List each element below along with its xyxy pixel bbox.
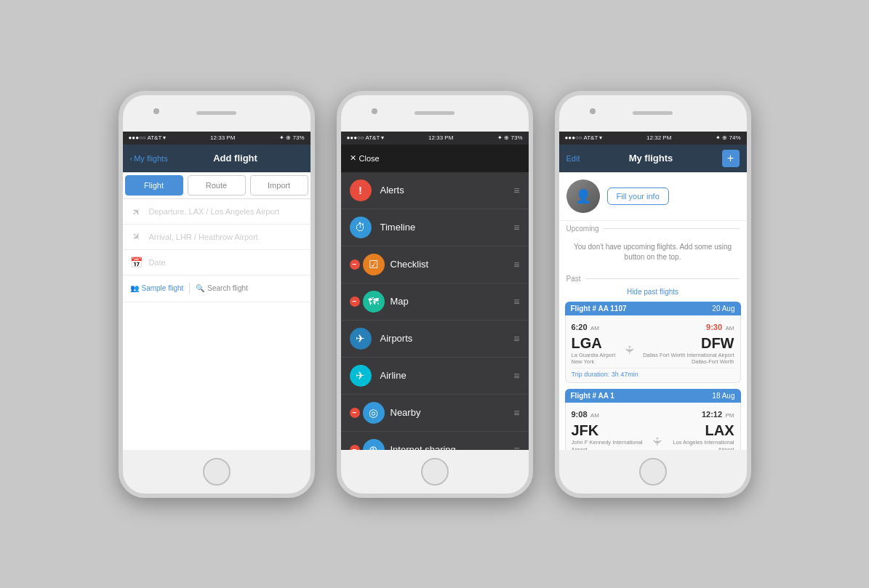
arr-code-2: LAX [662, 422, 734, 439]
status-time-2: 12:33 PM [428, 134, 453, 141]
flight-date-1: 20 Aug [712, 305, 734, 313]
dep-airport-1: La Guardia Airport [572, 352, 616, 359]
tab-route[interactable]: Route [188, 175, 246, 196]
departure-field[interactable]: ✈ Departure, LAX / Los Angeles Airport [123, 199, 311, 225]
phone-top-3 [559, 95, 747, 132]
screen-3: ●●●○○ AT&T ▾ 12:32 PM ✦ ⊕ 74% Edit My fl… [559, 132, 747, 450]
home-button-3[interactable] [639, 458, 667, 486]
sample-flight-button[interactable]: 👥 Sample flight [130, 284, 184, 292]
airports-icon: ✈ [350, 328, 372, 350]
search-label: Search flight [207, 284, 248, 292]
chevron-left-icon-1: ‹ [130, 154, 133, 163]
map-icon: 🗺 [363, 291, 385, 313]
flight-card-2[interactable]: Flight # AA 1 18 Aug 9:08 AM 12:12 PM [565, 389, 741, 450]
close-label-2: Close [359, 154, 380, 163]
past-section-label: Past [559, 271, 747, 285]
close-button-2[interactable]: ✕ Close [350, 153, 380, 163]
menu-item-internet[interactable]: − ⊕ Internet sharing ≡ [341, 432, 529, 450]
departure-placeholder: Departure, LAX / Los Angeles Airport [149, 207, 280, 216]
flight-number-2: Flight # AA 1 [571, 392, 614, 400]
calendar-icon: 📅 [130, 257, 143, 268]
speaker-3 [633, 111, 673, 115]
phone-bottom-1 [123, 450, 311, 494]
back-button-1[interactable]: ‹ My flights [130, 154, 168, 163]
menu-nav-2: ✕ Close [341, 145, 529, 172]
nearby-label: Nearby [391, 407, 514, 418]
menu-item-nearby[interactable]: − ◎ Nearby ≡ [341, 395, 529, 432]
arr-airport-1: Dallas Fort Worth International Airport [643, 352, 734, 359]
airports-label: Airports [380, 333, 514, 344]
menu-item-map[interactable]: − 🗺 Map ≡ [341, 283, 529, 321]
menu-item-airline[interactable]: ✈ Airline ≡ [341, 358, 529, 395]
arr-time-block-1: 9:30 AM [706, 320, 734, 333]
add-flight-button[interactable]: + [722, 150, 740, 167]
dep-time-block-2: 9:08 AM [572, 407, 599, 420]
date-field[interactable]: 📅 Date [123, 250, 311, 275]
checklist-handle: ≡ [513, 259, 519, 270]
hide-past-button[interactable]: Hide past flights [559, 285, 747, 299]
speaker-2 [415, 111, 454, 115]
phone-bottom-2 [341, 450, 529, 494]
status-icons-2: ✦ ⊕ 73% [497, 134, 522, 141]
status-time-1: 12:33 PM [210, 134, 235, 141]
alerts-label: Alerts [380, 185, 514, 196]
screen-1: ●●●○○ AT&T ▾ 12:33 PM ✦ ⊕ 73% ‹ My fligh… [123, 132, 311, 450]
status-carrier-1: ●●●○○ AT&T ▾ [129, 134, 167, 141]
flight-header-2: Flight # AA 1 18 Aug [565, 389, 741, 403]
dep-code-1: LGA [572, 335, 616, 352]
timeline-icon: ⏱ [350, 217, 372, 238]
flight-duration-1: Trip duration: 3h 47min [572, 368, 734, 378]
menu-item-checklist[interactable]: − ☑ Checklist ≡ [341, 246, 529, 283]
profile-section: 👤 Fill your info [559, 172, 747, 221]
dep-time-2: 9:08 [572, 410, 588, 419]
arr-time-1: 9:30 [706, 323, 722, 331]
phone-2: ●●●○○ AT&T ▾ 12:33 PM ✦ ⊕ 73% ✕ Close ! … [337, 91, 533, 498]
tab-import[interactable]: Import [250, 175, 308, 196]
internet-label: Internet sharing [391, 444, 514, 450]
phone-top-1 [123, 95, 311, 132]
departure-icon: ✈ [127, 202, 145, 220]
status-bar-2: ●●●○○ AT&T ▾ 12:33 PM ✦ ⊕ 73% [341, 132, 529, 145]
fill-info-button[interactable]: Fill your info [607, 188, 669, 205]
airline-label: Airline [380, 370, 514, 381]
nearby-icon: ◎ [363, 402, 385, 424]
checklist-icon: ☑ [363, 254, 385, 275]
phone-bottom-3 [559, 450, 747, 494]
arrival-field[interactable]: ✈ Arrival, LHR / Heathrow Airport [123, 225, 311, 250]
home-button-2[interactable] [421, 458, 449, 486]
flight-times-1: 6:20 AM 9:30 AM [572, 320, 734, 333]
airline-handle: ≡ [513, 370, 519, 382]
status-carrier-2: ●●●○○ AT&T ▾ [347, 134, 385, 141]
status-carrier-3: ●●●○○ AT&T ▾ [565, 134, 603, 141]
timeline-handle: ≡ [513, 222, 519, 233]
avatar: 👤 [566, 180, 600, 213]
arr-ampm-2: PM [726, 412, 734, 419]
tab-bar-1: Flight Route Import [123, 172, 311, 199]
dep-ampm-1: AM [590, 325, 599, 331]
edit-button-3[interactable]: Edit [566, 154, 580, 163]
arrival-placeholder: Arrival, LHR / Heathrow Airport [149, 233, 258, 241]
tab-flight[interactable]: Flight [125, 175, 183, 196]
status-time-3: 12:32 PM [646, 134, 671, 141]
arr-block-1: DFW Dallas Fort Worth International Airp… [643, 335, 734, 366]
airports-handle: ≡ [513, 333, 519, 345]
search-flight-button[interactable]: 🔍 Search flight [196, 284, 248, 292]
menu-item-alerts[interactable]: ! Alerts ≡ [341, 172, 529, 209]
menu-list-2: ! Alerts ≡ ⏱ Timeline ≡ − ☑ Checklist ≡ … [341, 172, 529, 450]
home-button-1[interactable] [203, 458, 231, 486]
nav-bar-3: Edit My flights + [559, 145, 747, 172]
internet-handle: ≡ [513, 444, 519, 450]
flight-card-1[interactable]: Flight # AA 1107 20 Aug 6:20 AM 9:30 AM [565, 302, 741, 384]
arrival-icon: ✈ [127, 227, 145, 245]
dep-code-2: JFK [572, 422, 653, 439]
actions-divider [189, 283, 190, 294]
nearby-handle: ≡ [513, 407, 519, 419]
upcoming-empty-message: You don't have upcoming flights. Add som… [559, 235, 747, 271]
dep-block-1: LGA La Guardia Airport New York [572, 335, 616, 366]
map-handle: ≡ [513, 296, 519, 307]
menu-item-airports[interactable]: ✈ Airports ≡ [341, 321, 529, 358]
phone-3: ●●●○○ AT&T ▾ 12:32 PM ✦ ⊕ 74% Edit My fl… [555, 91, 751, 498]
menu-item-timeline[interactable]: ⏱ Timeline ≡ [341, 209, 529, 246]
flight-times-2: 9:08 AM 12:12 PM [572, 407, 734, 420]
flight-body-2: 9:08 AM 12:12 PM JFK John F Kennedy Inte… [565, 403, 741, 450]
